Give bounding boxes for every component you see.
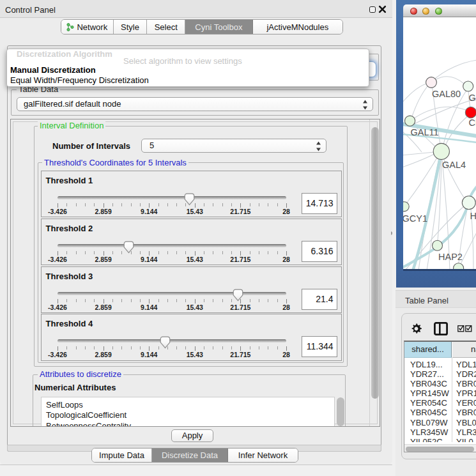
svg-text:CDC25: CDC25 <box>469 118 476 128</box>
svg-text:HIS4: HIS4 <box>470 211 476 221</box>
svg-text:GAL80: GAL80 <box>432 89 461 99</box>
svg-text:GAL4: GAL4 <box>442 160 466 170</box>
svg-text:HAP2: HAP2 <box>438 252 463 262</box>
svg-text:GAL11: GAL11 <box>411 127 439 137</box>
svg-text:GAL2: GAL2 <box>469 93 476 103</box>
svg-text:GCY1: GCY1 <box>403 213 427 224</box>
